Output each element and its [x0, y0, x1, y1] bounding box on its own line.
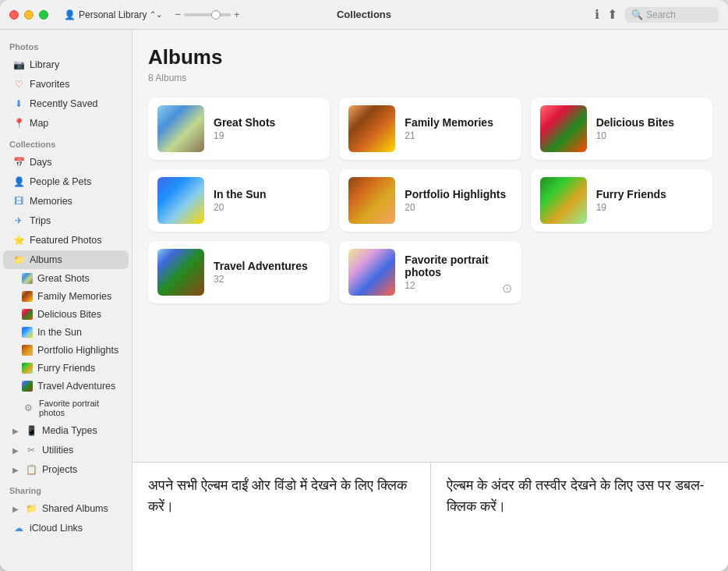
sidebar-item-trips[interactable]: ✈ Trips — [3, 211, 129, 230]
family-memories-thumb — [22, 291, 33, 302]
album-thumb-family-memories — [348, 105, 395, 152]
sidebar-item-recently-saved[interactable]: ⬇ Recently Saved — [3, 94, 129, 113]
sidebar-label-shared-albums: Shared Albums — [42, 503, 108, 514]
album-card-in-the-sun[interactable]: In the Sun 20 — [148, 169, 330, 232]
album-thumb-great-shots — [157, 105, 204, 152]
great-shots-thumb — [22, 273, 33, 284]
album-count-in-the-sun: 20 — [214, 202, 320, 213]
album-info-portfolio-highlights: Portfolio Highlights 20 — [405, 188, 511, 213]
album-info-in-the-sun: In the Sun 20 — [214, 188, 320, 213]
annotation-area: अपने सभी ऐल्बम दाईं ओर विंडो में देखने क… — [133, 462, 728, 571]
chevron-right-icon-2: ▶ — [12, 446, 19, 455]
utilities-icon: ✂ — [25, 444, 37, 456]
album-count-travel-adventures: 32 — [214, 274, 320, 285]
sidebar-item-portfolio-highlights[interactable]: Portfolio Highlights — [3, 342, 129, 359]
album-name-delicious-bites: Delicious Bites — [596, 116, 703, 129]
sidebar-item-media-types[interactable]: ▶ 📱 Media Types — [3, 421, 129, 440]
album-card-delicious-bites[interactable]: Delicious Bites 10 — [531, 98, 712, 160]
sidebar-item-featured-photos[interactable]: ⭐ Featured Photos — [3, 231, 129, 250]
sidebar-item-delicious-bites[interactable]: Delicious Bites — [3, 306, 129, 323]
shared-albums-icon: 📁 — [25, 502, 37, 515]
share-icon[interactable]: ⬆ — [607, 7, 617, 22]
sidebar-item-days[interactable]: 📅 Days — [3, 153, 129, 172]
annotation-right: ऐल्बम के अंदर की तस्वीर देखने के लिए उस … — [431, 463, 729, 571]
album-name-family-memories: Family Memories — [405, 116, 511, 129]
play-icon: ⊙ — [502, 281, 512, 296]
chevron-right-icon-4: ▶ — [12, 505, 19, 513]
sidebar-item-furry-friends[interactable]: Furry Friends — [3, 360, 129, 377]
albums-icon: 📁 — [12, 254, 25, 266]
library-selector[interactable]: 👤 Personal Library ⌃⌄ — [64, 9, 162, 20]
titlebar: 👤 Personal Library ⌃⌄ − + Collections ℹ … — [0, 0, 728, 30]
sidebar-item-map[interactable]: 📍 Map — [3, 114, 129, 133]
people-pets-icon: 👤 — [12, 176, 25, 188]
album-name-travel-adventures: Travel Adventures — [214, 260, 320, 272]
projects-icon: 📋 — [25, 463, 37, 476]
sidebar-item-icloud-links[interactable]: ☁ iCloud Links — [3, 519, 129, 537]
album-thumb-furry-friends — [540, 177, 587, 224]
minimize-button[interactable] — [24, 10, 34, 20]
traffic-lights — [9, 10, 48, 20]
slider-track[interactable] — [184, 13, 231, 16]
sidebar-item-great-shots[interactable]: Great Shots — [3, 270, 129, 287]
album-thumb-portfolio-highlights — [348, 177, 395, 224]
album-name-favorite-portrait: Favorite portrait photos — [405, 254, 511, 278]
sidebar: Photos 📷 Library ♡ Favorites ⬇ Recently … — [0, 30, 133, 571]
sidebar-item-people-pets[interactable]: 👤 People & Pets — [3, 172, 129, 191]
album-card-travel-adventures[interactable]: Travel Adventures 32 — [148, 241, 330, 303]
favorites-icon: ♡ — [12, 78, 25, 90]
album-card-portfolio-highlights[interactable]: Portfolio Highlights 20 — [339, 169, 521, 232]
chevron-icon: ⌃⌄ — [150, 10, 162, 19]
sidebar-label-featured-photos: Featured Photos — [30, 235, 101, 246]
sidebar-label-media-types: Media Types — [42, 425, 97, 436]
sidebar-item-in-the-sun[interactable]: In the Sun — [3, 324, 129, 341]
icloud-icon: ☁ — [12, 522, 25, 534]
maximize-button[interactable] — [39, 10, 48, 20]
annotation-text-left: अपने सभी ऐल्बम दाईं ओर विंडो में देखने क… — [148, 475, 415, 517]
album-card-great-shots[interactable]: Great Shots 19 — [148, 98, 330, 160]
info-icon[interactable]: ℹ — [595, 7, 599, 22]
sidebar-item-favorite-portrait[interactable]: ⚙ Favorite portrait photos — [3, 395, 129, 420]
sidebar-label-in-the-sun: In the Sun — [37, 327, 82, 338]
zoom-slider[interactable]: − + — [162, 9, 239, 20]
sidebar-section-photos: Photos — [0, 36, 132, 55]
album-card-family-memories[interactable]: Family Memories 21 — [339, 98, 521, 160]
sidebar-item-travel-adventures[interactable]: Travel Adventures — [3, 378, 129, 395]
slider-thumb[interactable] — [211, 10, 221, 20]
sidebar-item-shared-albums[interactable]: ▶ 📁 Shared Albums — [3, 499, 129, 518]
album-count-family-memories: 21 — [405, 130, 511, 141]
album-info-family-memories: Family Memories 21 — [405, 116, 511, 141]
days-icon: 📅 — [12, 156, 25, 168]
sidebar-section-sharing: Sharing — [0, 480, 132, 498]
in-the-sun-thumb — [22, 327, 33, 338]
favorite-portrait-icon: ⚙ — [22, 402, 34, 414]
featured-icon: ⭐ — [12, 234, 25, 246]
memories-icon: 🎞 — [12, 195, 25, 207]
close-button[interactable] — [9, 10, 19, 20]
album-name-furry-friends: Furry Friends — [596, 188, 703, 200]
library-icon: 📷 — [12, 59, 25, 71]
sidebar-item-favorites[interactable]: ♡ Favorites — [3, 75, 129, 94]
sidebar-item-utilities[interactable]: ▶ ✂ Utilities — [3, 441, 129, 459]
album-card-furry-friends[interactable]: Furry Friends 19 — [531, 169, 712, 232]
sidebar-item-library[interactable]: 📷 Library — [3, 55, 129, 74]
album-thumb-delicious-bites — [540, 105, 587, 152]
sidebar-item-albums[interactable]: 📁 Albums — [3, 250, 129, 269]
sidebar-label-favorites: Favorites — [30, 79, 69, 90]
sidebar-label-projects: Projects — [42, 464, 77, 475]
sidebar-item-projects[interactable]: ▶ 📋 Projects — [3, 460, 129, 479]
album-name-portfolio-highlights: Portfolio Highlights — [405, 188, 511, 200]
main-content: Photos 📷 Library ♡ Favorites ⬇ Recently … — [0, 30, 728, 571]
sidebar-label-favorite-portrait: Favorite portrait photos — [39, 399, 119, 417]
album-count-favorite-portrait: 12 — [405, 280, 511, 291]
zoom-plus-icon: + — [234, 9, 240, 20]
sidebar-label-map: Map — [30, 118, 48, 129]
sidebar-item-family-memories[interactable]: Family Memories — [3, 288, 129, 305]
search-box[interactable]: 🔍 Search — [625, 7, 719, 23]
sidebar-item-memories[interactable]: 🎞 Memories — [3, 192, 129, 211]
media-types-icon: 📱 — [25, 424, 37, 437]
album-thumb-in-the-sun — [157, 177, 204, 224]
album-card-favorite-portrait[interactable]: Favorite portrait photos 12 ⊙ — [339, 241, 521, 303]
sidebar-label-furry-friends: Furry Friends — [37, 363, 95, 374]
albums-content: Albums 8 Albums Great Shots 19 — [133, 30, 728, 462]
